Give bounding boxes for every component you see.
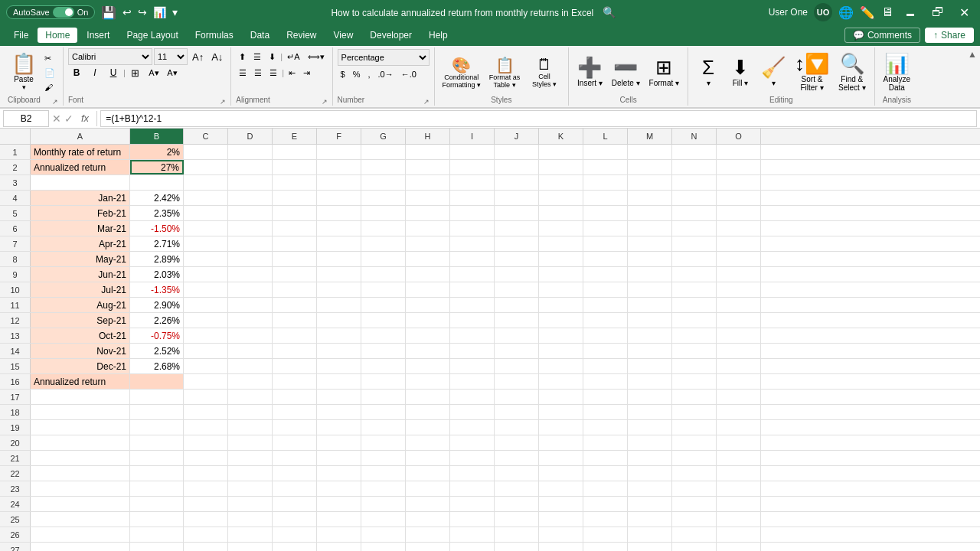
cell-C9[interactable]: [184, 267, 228, 282]
autosum-button[interactable]: Σ ▾: [693, 51, 724, 94]
cell-L13[interactable]: [583, 328, 628, 343]
cell-O2[interactable]: [717, 160, 761, 174]
cell-L18[interactable]: [583, 405, 628, 419]
cell-N4[interactable]: [672, 191, 717, 205]
cell-F14[interactable]: [317, 344, 361, 358]
col-header-k[interactable]: K: [539, 129, 583, 144]
cell-K27[interactable]: [539, 543, 583, 551]
cell-N27[interactable]: [672, 543, 717, 551]
cell-C14[interactable]: [184, 344, 228, 358]
cell-J11[interactable]: [495, 298, 539, 312]
cell-O17[interactable]: [717, 390, 761, 404]
cell-H11[interactable]: [406, 298, 450, 312]
cell-b6[interactable]: -1.50%: [130, 221, 184, 236]
cell-F23[interactable]: [317, 481, 361, 496]
cell-J12[interactable]: [495, 313, 539, 328]
cell-H7[interactable]: [406, 236, 450, 251]
cell-H15[interactable]: [406, 359, 450, 373]
fill-color-button[interactable]: A▾: [145, 64, 162, 81]
menu-review[interactable]: Review: [279, 28, 324, 43]
cell-E13[interactable]: [273, 328, 317, 343]
cell-M26[interactable]: [628, 527, 672, 542]
cell-G23[interactable]: [361, 481, 406, 496]
cell-L15[interactable]: [583, 359, 628, 373]
save-icon[interactable]: 💾: [101, 5, 116, 20]
col-header-m[interactable]: M: [628, 129, 672, 144]
cell-O18[interactable]: [717, 405, 761, 419]
fx-button[interactable]: fx: [77, 112, 93, 124]
cell-I1[interactable]: [450, 145, 495, 159]
cell-C23[interactable]: [184, 481, 228, 496]
cell-a20[interactable]: [31, 435, 130, 450]
cell-F7[interactable]: [317, 236, 361, 251]
cell-L6[interactable]: [583, 221, 628, 236]
format-painter-button[interactable]: 🖌: [41, 81, 58, 93]
paste-button[interactable]: 📋 Paste ▾: [8, 51, 40, 94]
cell-a21[interactable]: [31, 451, 130, 465]
cell-H12[interactable]: [406, 313, 450, 328]
cell-K5[interactable]: [539, 206, 583, 220]
cell-L20[interactable]: [583, 435, 628, 450]
cell-O13[interactable]: [717, 328, 761, 343]
cell-L26[interactable]: [583, 527, 628, 542]
cell-b2[interactable]: 27%: [130, 160, 184, 174]
cell-K26[interactable]: [539, 527, 583, 542]
cell-J14[interactable]: [495, 344, 539, 358]
cell-D7[interactable]: [228, 236, 273, 251]
col-header-f[interactable]: F: [317, 129, 361, 144]
cell-K25[interactable]: [539, 512, 583, 527]
cell-I8[interactable]: [450, 252, 495, 266]
cell-M25[interactable]: [628, 512, 672, 527]
cell-D6[interactable]: [228, 221, 273, 236]
cell-I22[interactable]: [450, 466, 495, 481]
cell-L14[interactable]: [583, 344, 628, 358]
search-icon[interactable]: 🔍: [603, 6, 616, 18]
col-header-j[interactable]: J: [495, 129, 539, 144]
cell-b5[interactable]: 2.35%: [130, 206, 184, 220]
share-button[interactable]: ↑ Share: [925, 28, 974, 43]
cell-E24[interactable]: [273, 497, 317, 511]
cell-D11[interactable]: [228, 298, 273, 312]
cell-N13[interactable]: [672, 328, 717, 343]
col-header-b[interactable]: B: [130, 129, 184, 144]
col-header-e[interactable]: E: [273, 129, 317, 144]
font-name-select[interactable]: Calibri: [68, 48, 152, 65]
cell-N17[interactable]: [672, 390, 717, 404]
col-header-i[interactable]: I: [450, 129, 495, 144]
cell-H24[interactable]: [406, 497, 450, 511]
cell-L21[interactable]: [583, 451, 628, 465]
cell-G26[interactable]: [361, 527, 406, 542]
cell-H23[interactable]: [406, 481, 450, 496]
cell-E23[interactable]: [273, 481, 317, 496]
cell-D3[interactable]: [228, 175, 273, 190]
cell-E26[interactable]: [273, 527, 317, 542]
format-button[interactable]: ⊞ Format ▾: [645, 51, 683, 94]
cell-I3[interactable]: [450, 175, 495, 190]
cell-F26[interactable]: [317, 527, 361, 542]
cell-a8[interactable]: May-21: [31, 252, 130, 266]
cell-H27[interactable]: [406, 543, 450, 551]
cell-J7[interactable]: [495, 236, 539, 251]
cell-M12[interactable]: [628, 313, 672, 328]
cell-C16[interactable]: [184, 374, 228, 389]
cell-O15[interactable]: [717, 359, 761, 373]
col-header-a[interactable]: A: [31, 129, 130, 144]
cell-J26[interactable]: [495, 527, 539, 542]
decrease-decimal-button[interactable]: ←.0: [398, 68, 420, 80]
cell-F24[interactable]: [317, 497, 361, 511]
cell-a2[interactable]: Annualized return: [31, 160, 130, 174]
align-bottom-button[interactable]: ⬇: [266, 51, 279, 64]
cell-F2[interactable]: [317, 160, 361, 174]
number-expand-icon[interactable]: ↗: [423, 98, 430, 106]
cell-G6[interactable]: [361, 221, 406, 236]
cell-N1[interactable]: [672, 145, 717, 159]
cell-D10[interactable]: [228, 282, 273, 297]
increase-font-button[interactable]: A↑: [189, 50, 207, 64]
cell-a4[interactable]: Jan-21: [31, 191, 130, 205]
cell-O27[interactable]: [717, 543, 761, 551]
cell-H14[interactable]: [406, 344, 450, 358]
align-center-button[interactable]: ☰: [251, 67, 265, 80]
cell-F3[interactable]: [317, 175, 361, 190]
cell-N15[interactable]: [672, 359, 717, 373]
cell-b7[interactable]: 2.71%: [130, 236, 184, 251]
